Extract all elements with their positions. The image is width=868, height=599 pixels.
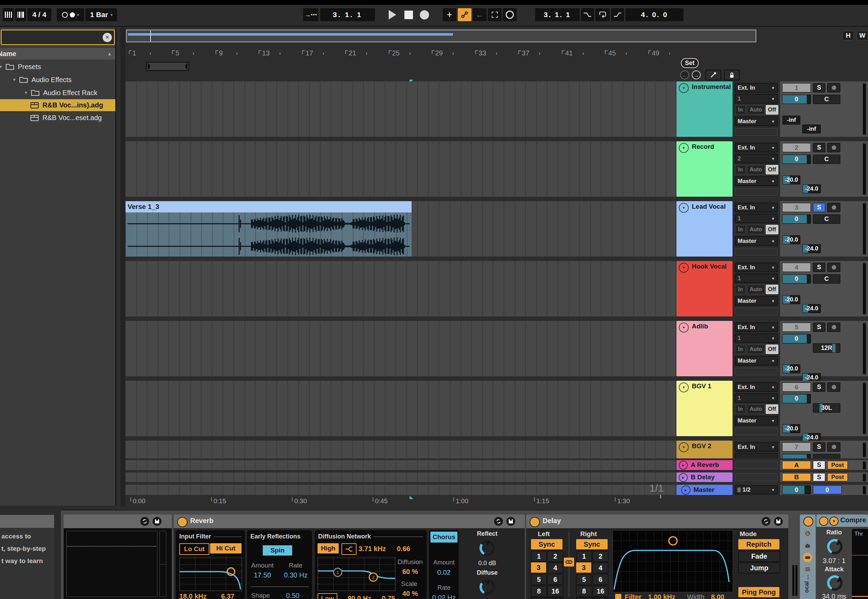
post-button[interactable]: Post — [827, 473, 848, 481]
monitor-off-button[interactable]: Off — [766, 345, 778, 354]
track-header-record[interactable]: ▼Record — [676, 141, 733, 197]
track-header-hook-vocal[interactable]: ▼Hook Vocal — [676, 261, 733, 316]
low-q[interactable]: 0.75 — [382, 594, 395, 599]
solo-button[interactable]: S — [813, 83, 825, 92]
send-a-field[interactable]: -20.0 — [782, 176, 800, 184]
input-chooser-empty[interactable] — [735, 473, 778, 481]
lane-bgv2[interactable] — [125, 441, 676, 458]
fold-track-icon[interactable]: ▼ — [679, 143, 689, 153]
volume-field[interactable]: 0 — [782, 95, 811, 104]
key-map-icon[interactable] — [3, 8, 14, 21]
send-b-field[interactable]: -24.0 — [802, 304, 821, 313]
clip-body[interactable] — [126, 212, 412, 257]
ratio-knob[interactable] — [825, 537, 844, 556]
monitor-in-button[interactable]: In — [735, 345, 746, 354]
track-activator[interactable]: 1 — [782, 83, 811, 92]
volume-field[interactable]: 0 — [782, 155, 811, 164]
selection-brackets-button[interactable] — [488, 8, 502, 21]
shelf-type-button[interactable] — [341, 543, 357, 555]
lane-hook-vocal[interactable] — [125, 261, 676, 316]
lo-cut-button[interactable]: Lo Cut — [179, 543, 209, 555]
lane-a-reverb[interactable] — [125, 460, 676, 470]
delay-right-feedback[interactable]: 0.0 % — [576, 597, 608, 599]
post-button[interactable]: Post — [827, 461, 848, 470]
input-channel-chooser[interactable]: 1▼ — [735, 214, 778, 223]
high-shelf-button[interactable]: High — [317, 543, 339, 554]
track-header-adlib[interactable]: ▼Adlib — [676, 321, 733, 376]
lock-envelopes-button[interactable] — [724, 70, 740, 80]
browser-item-audio-effects[interactable]: ▼ Audio Effects — [0, 73, 115, 86]
hot-swap-icon[interactable] — [140, 517, 149, 526]
browser-item-preset-2[interactable]: R&B Voc...eset.adg — [0, 112, 115, 124]
track-activator[interactable]: 3 — [782, 203, 811, 212]
output-chooser[interactable]: Master▼ — [735, 296, 778, 306]
spin-rate[interactable]: 0.30 Hz — [284, 571, 308, 579]
loop-start[interactable]: 3. 1. 1 — [535, 8, 579, 21]
fold-track-icon[interactable]: ▼ — [679, 83, 689, 93]
solo-button[interactable]: S — [813, 382, 825, 392]
output-chooser[interactable]: Master▼ — [735, 117, 778, 126]
track-header-lead-vocal[interactable]: ▼Lead Vocal — [676, 201, 733, 257]
monitor-off-button[interactable]: Off — [766, 284, 778, 294]
meter-right-field[interactable]: -inf — [802, 125, 821, 133]
arrangement-scroll-strip[interactable] — [120, 27, 125, 506]
arm-button[interactable] — [827, 382, 840, 392]
rack-activator-led[interactable] — [803, 516, 813, 527]
input-type-chooser[interactable]: Ext. In▼ — [735, 143, 778, 152]
fold-device-button[interactable]: ▼ — [829, 516, 839, 526]
input-channel-chooser[interactable] — [735, 453, 778, 458]
delay-right-sync-button[interactable]: Sync — [576, 539, 608, 549]
lane-master[interactable] — [125, 485, 676, 495]
threshold-line[interactable] — [852, 555, 868, 555]
shelf-q[interactable]: 0.66 — [397, 545, 410, 553]
minute-ruler[interactable]: 0:00 0:15 0:30 0:45 1:00 1:15 1:30 — [125, 496, 676, 508]
back-to-arrangement-button[interactable]: ← — [473, 8, 486, 21]
volume-field[interactable]: 0 — [782, 334, 811, 343]
unfold-return-icon[interactable]: ▶ — [679, 461, 688, 470]
track-activator[interactable]: 4 — [782, 263, 811, 272]
track-activator[interactable]: 2 — [782, 143, 811, 152]
stop-button[interactable] — [401, 8, 416, 21]
input-type-chooser[interactable]: Ext. In▼ — [735, 203, 778, 212]
solo-button[interactable]: S — [813, 143, 825, 152]
device-title-bar[interactable]: Reverb — [174, 515, 525, 528]
set-locator-button[interactable]: Set — [681, 58, 699, 68]
output-sub-chooser[interactable] — [735, 308, 778, 315]
arrangement-overview[interactable] — [126, 29, 757, 42]
browser-column-header[interactable]: Name ▲ — [0, 48, 115, 60]
save-preset-icon[interactable] — [774, 517, 783, 526]
filter-freq[interactable]: 1.00 kHz — [648, 593, 675, 599]
arrangement-position[interactable]: 3. 1. 1 — [320, 8, 375, 21]
metronome-button[interactable]: ▾ — [57, 8, 84, 21]
fold-track-icon[interactable]: ▼ — [679, 382, 689, 392]
track-activator[interactable]: 5 — [782, 323, 811, 332]
monitor-auto-button[interactable]: Auto — [747, 105, 764, 114]
browser-item-audio-effect-rack[interactable]: ▼ Audio Effect Rack — [0, 86, 115, 99]
unfold-master-icon[interactable]: ▶ — [681, 485, 690, 495]
clip-title-bar[interactable]: Verse 1_3 — [126, 201, 412, 212]
search-input[interactable] — [2, 33, 103, 41]
input-type-chooser[interactable]: Ext. In▼ — [735, 382, 778, 392]
track-header-b-delay[interactable]: ▶B Delay — [676, 473, 733, 482]
draw-tool-button[interactable] — [706, 70, 721, 80]
output-sub-chooser[interactable] — [735, 248, 778, 256]
solo-button-active[interactable]: S — [813, 203, 825, 212]
pan-field[interactable]: C — [813, 214, 840, 224]
delay-filter-display[interactable] — [612, 530, 733, 593]
track-activator[interactable]: 7 — [782, 442, 811, 452]
delay-left-beat-6[interactable]: 6 — [548, 574, 563, 585]
hot-swap-icon[interactable] — [494, 517, 503, 526]
monitor-auto-button[interactable]: Auto — [747, 284, 764, 294]
arm-button[interactable] — [827, 143, 840, 152]
delay-right-beat-6[interactable]: 6 — [593, 574, 608, 585]
punch-in-button[interactable] — [581, 8, 594, 21]
lane-instrumental[interactable] — [125, 81, 676, 137]
track-header-bgv2[interactable]: ▼BGV 2 — [676, 441, 733, 458]
output-chooser[interactable]: Master▼ — [735, 356, 778, 365]
solo-button[interactable]: S — [813, 263, 825, 272]
lane-adlib[interactable] — [125, 321, 676, 376]
output-chooser[interactable]: Master▼ — [735, 236, 778, 245]
mode-jump-button[interactable]: Jump — [738, 562, 780, 573]
track-header-master[interactable]: ▶Master — [676, 485, 733, 495]
fold-track-icon[interactable]: ▼ — [679, 323, 689, 333]
